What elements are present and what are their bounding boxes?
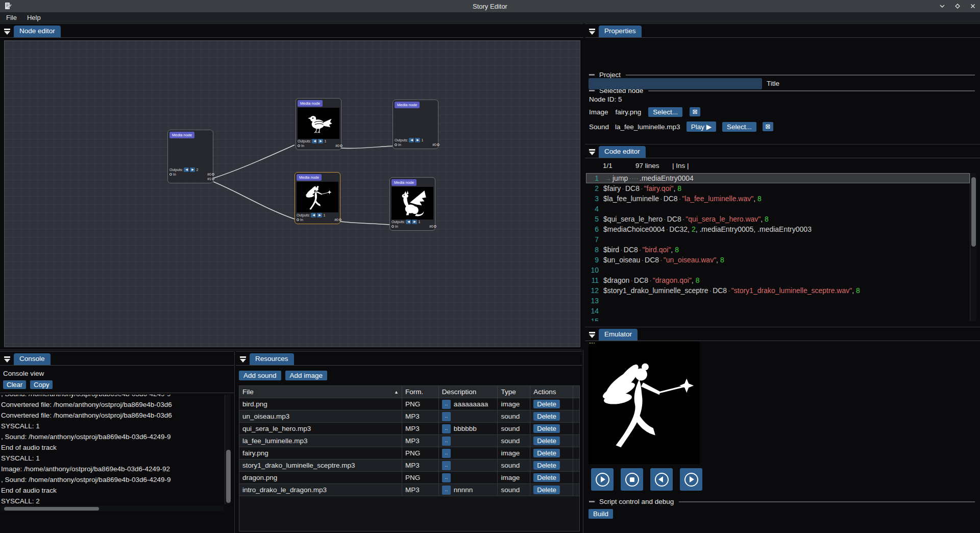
- media-node[interactable]: Media node Outputs: ◀ ▶ 1 In #0: [389, 177, 435, 231]
- code-vertical-scrollbar[interactable]: [970, 173, 976, 321]
- table-row[interactable]: bird.pngPNG..aaaaaaaaaimageDelete: [239, 398, 579, 410]
- output-pin[interactable]: #0: [432, 143, 439, 147]
- output-dec-button[interactable]: ◀: [184, 167, 189, 172]
- image-select-button[interactable]: Select...: [648, 107, 682, 117]
- collapse-icon[interactable]: [589, 29, 596, 35]
- add-sound-button[interactable]: Add sound: [239, 371, 281, 380]
- code-line[interactable]: 6$mediaChoice0004·DC32, 2, .mediaEntry00…: [586, 224, 970, 234]
- add-image-button[interactable]: Add image: [285, 371, 328, 380]
- code-line[interactable]: 10: [586, 265, 970, 275]
- output-inc-button[interactable]: ▶: [190, 167, 195, 172]
- console-log[interactable]: , Sound: /home/anthony/ostproj/ba869e4b-…: [1, 395, 224, 504]
- code-line[interactable]: 5$qui_sera_le_hero·DC8·"qui_sera_le_hero…: [586, 214, 970, 224]
- code-line[interactable]: 9$un_oiseau·DC8·"un_oiseau.wav", 8: [586, 255, 970, 265]
- media-node[interactable]: Media node Outputs: ◀ ▶ 1 In #0: [296, 98, 341, 150]
- clear-button[interactable]: Clear: [3, 380, 26, 389]
- table-row[interactable]: dragon.pngPNG..imageDelete: [239, 472, 579, 484]
- media-node[interactable]: Media node Outputs: ◀ ▶ 1 In #0: [393, 100, 438, 149]
- delete-button[interactable]: Delete: [533, 449, 560, 457]
- code-line[interactable]: 2$fairy·DC8·"fairy.qoi", 8: [586, 183, 970, 193]
- sound-select-button[interactable]: Select...: [722, 122, 756, 132]
- table-row[interactable]: un_oiseau.mp3MP3..soundDelete: [239, 410, 579, 423]
- output-pin[interactable]: #0: [429, 225, 436, 228]
- delete-button[interactable]: Delete: [533, 486, 560, 494]
- collapse-icon[interactable]: [589, 149, 596, 155]
- scrollbar-thumb[interactable]: [971, 177, 976, 247]
- console-vertical-scrollbar[interactable]: [225, 395, 231, 504]
- code-line[interactable]: 14: [586, 306, 970, 316]
- column-header-description[interactable]: Description: [439, 386, 498, 398]
- column-header-type[interactable]: Type: [498, 386, 530, 398]
- edit-description-button[interactable]: ..: [442, 424, 451, 433]
- menu-file[interactable]: File: [1, 13, 22, 22]
- collapse-icon[interactable]: [239, 356, 247, 362]
- table-row[interactable]: fairy.pngPNG..imageDelete: [239, 447, 579, 459]
- play-button[interactable]: [591, 468, 614, 491]
- output-inc-button[interactable]: ▶: [317, 213, 322, 217]
- collapse-icon[interactable]: [4, 29, 11, 35]
- table-row[interactable]: la_fee_luminelle.mp3MP3..soundDelete: [239, 435, 579, 447]
- code-line[interactable]: 13: [586, 296, 970, 306]
- input-pin[interactable]: In: [169, 173, 176, 176]
- delete-button[interactable]: Delete: [533, 424, 560, 433]
- output-dec-button[interactable]: ◀: [312, 139, 317, 143]
- column-header-actions[interactable]: Actions: [530, 386, 573, 398]
- tab-node-editor[interactable]: Node editor: [14, 26, 61, 37]
- code-line[interactable]: 4: [586, 204, 970, 214]
- collapse-icon[interactable]: [589, 332, 596, 338]
- delete-button[interactable]: Delete: [533, 400, 560, 408]
- console-resources-splitter[interactable]: [234, 351, 235, 533]
- edit-description-button[interactable]: ..: [442, 449, 451, 458]
- step-back-button[interactable]: [650, 468, 673, 491]
- column-header-format[interactable]: Form.: [402, 386, 439, 398]
- media-node-selected[interactable]: Media node Outputs: ◀ ▶ 1 In #0: [295, 172, 340, 224]
- table-row[interactable]: intro_drako_le_dragon.mp3MP3..nnnnnsound…: [239, 484, 579, 496]
- tab-resources[interactable]: Resources: [250, 353, 294, 365]
- code-line[interactable]: 8$bird·DC8·"bird.qoi", 8: [586, 245, 970, 255]
- maximize-icon[interactable]: [953, 2, 962, 10]
- tab-console[interactable]: Console: [14, 353, 51, 365]
- code-line[interactable]: 1→jump····.mediaEntry0004: [586, 173, 970, 183]
- output-pin[interactable]: #0: [335, 144, 342, 148]
- close-icon[interactable]: [969, 2, 977, 10]
- build-button[interactable]: Build: [589, 509, 613, 519]
- copy-button[interactable]: Copy: [30, 380, 53, 389]
- scrollbar-thumb[interactable]: [4, 507, 99, 511]
- edit-description-button[interactable]: ..: [442, 486, 451, 495]
- edit-description-button[interactable]: ..: [442, 461, 451, 470]
- step-forward-button[interactable]: [680, 468, 702, 491]
- output-dec-button[interactable]: ◀: [406, 220, 411, 224]
- output-dec-button[interactable]: ◀: [311, 213, 316, 217]
- tab-code-editor[interactable]: Code editor: [599, 146, 646, 158]
- table-row[interactable]: story1_drako_luminelle_sceptre.mp3MP3..s…: [239, 459, 579, 472]
- output-inc-button[interactable]: ▶: [318, 139, 323, 143]
- input-pin[interactable]: In: [391, 225, 398, 228]
- tab-emulator[interactable]: Emulator: [599, 329, 638, 341]
- delete-button[interactable]: Delete: [533, 473, 560, 482]
- left-splitter[interactable]: [0, 350, 582, 350]
- code-line[interactable]: 11$dragon·DC8·"dragon.qoi", 8: [586, 275, 970, 285]
- code-area[interactable]: 1→jump····.mediaEntry00042$fairy·DC8·"fa…: [586, 173, 970, 321]
- media-node[interactable]: Media node Outputs: ◀ ▶ 2 In #0 #1: [167, 130, 213, 183]
- sound-play-button[interactable]: Play ▶: [687, 122, 716, 132]
- code-line[interactable]: 12$story1_drako_luminelle_sceptre·DC8·"s…: [586, 285, 970, 296]
- title-input[interactable]: [589, 78, 762, 89]
- delete-button[interactable]: Delete: [533, 461, 560, 470]
- image-clear-button[interactable]: ⊠: [690, 107, 700, 116]
- output-pin[interactable]: #1: [207, 177, 214, 181]
- stop-button[interactable]: [621, 468, 643, 491]
- sound-clear-button[interactable]: ⊠: [763, 122, 773, 131]
- edit-description-button[interactable]: ..: [442, 437, 451, 446]
- console-horizontal-scrollbar[interactable]: [1, 506, 224, 511]
- column-header-file[interactable]: File ▲: [239, 386, 402, 398]
- delete-button[interactable]: Delete: [533, 412, 560, 421]
- menu-help[interactable]: Help: [22, 13, 46, 22]
- output-pin[interactable]: #0: [334, 218, 341, 222]
- output-inc-button[interactable]: ▶: [415, 138, 420, 142]
- tab-properties[interactable]: Properties: [599, 26, 642, 37]
- code-line[interactable]: 15: [586, 316, 970, 321]
- delete-button[interactable]: Delete: [533, 437, 560, 445]
- input-pin[interactable]: In: [395, 143, 401, 147]
- scrollbar-thumb[interactable]: [226, 450, 231, 503]
- code-line[interactable]: 3$la_fee_luminelle·DC8·"la_fee_luminelle…: [586, 193, 970, 204]
